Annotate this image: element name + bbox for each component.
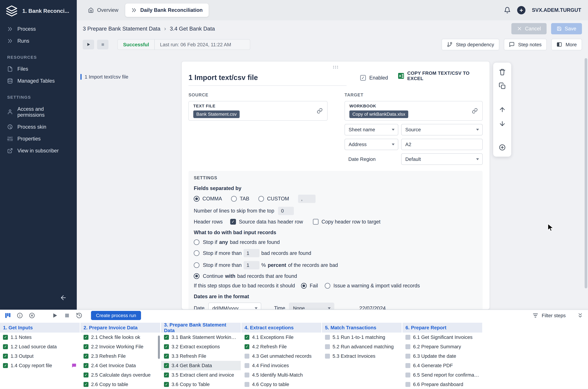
bad-record-option[interactable]: Continuewithbad records that are found — [194, 273, 477, 279]
create-process-run-button[interactable]: Create process run — [91, 311, 141, 320]
column-header[interactable]: 6. Prepare Report — [403, 323, 482, 333]
drag-handle-icon[interactable] — [332, 65, 339, 69]
cancel-button[interactable]: Cancel — [511, 23, 547, 34]
info-icon[interactable] — [17, 312, 23, 319]
column-header[interactable]: 4. Extract exceptions — [241, 323, 321, 333]
step-item[interactable]: 4.6 Copy to table — [241, 380, 321, 389]
step-item[interactable]: ✓1.1 Notes — [0, 333, 80, 342]
enabled-toggle[interactable]: Enabled — [360, 75, 388, 86]
address-input[interactable]: A2 — [401, 139, 483, 150]
sheet-name-field-select[interactable]: Sheet name — [345, 124, 398, 135]
move-step-down-icon[interactable] — [499, 120, 506, 127]
link-icon[interactable] — [472, 108, 478, 114]
step-item[interactable]: 5.3 Extract Invoices — [322, 352, 402, 361]
step-item[interactable]: ✓4.2 Refresh File — [241, 342, 321, 352]
sidebar-collapse-button[interactable] — [60, 294, 67, 301]
run-step-button[interactable] — [83, 40, 94, 50]
run-process-icon[interactable] — [52, 312, 58, 319]
address-field-select[interactable]: Address — [345, 139, 398, 150]
step-item[interactable]: ✓4.1 Exceptions File — [241, 333, 321, 342]
target-file-chip[interactable]: Copy of wrkBankData.xlsx — [349, 110, 408, 118]
step-item[interactable]: 6.5 Send report for confirmation — [403, 370, 482, 380]
run-history-icon[interactable] — [76, 312, 82, 319]
sheet-name-value-select[interactable]: Source — [401, 124, 483, 135]
skip-lines-input[interactable]: 0 — [278, 207, 294, 215]
link-icon[interactable] — [317, 108, 323, 114]
step-item[interactable]: ✓3.4 Get Bank Data — [161, 361, 241, 370]
stop-option[interactable]: Issue a warning & import valid records — [325, 283, 420, 289]
filter-icon[interactable] — [532, 312, 539, 319]
bad-record-option[interactable]: Stop if more than1bad records are found — [194, 249, 477, 257]
step-item[interactable]: ✓1.2 Load source data — [0, 342, 80, 352]
tab-overview[interactable]: Overview — [83, 4, 123, 16]
sidebar-item-access-permissions[interactable]: Access and permissions — [0, 103, 77, 121]
step-item[interactable]: 6.1 Get Significant Invoices — [403, 333, 482, 342]
step-item[interactable]: ✓2.3 Refresh File — [80, 352, 160, 361]
step-item[interactable]: 6.2 Prepare Summary — [403, 342, 482, 352]
column-header[interactable]: 1. Get Inputs — [0, 323, 80, 333]
app-logo-icon[interactable] — [6, 5, 18, 17]
tab-daily-bank-reconciliation[interactable]: Daily Bank Reconciliation — [125, 3, 209, 17]
step-notes-button[interactable]: Step notes — [504, 39, 547, 50]
step-item[interactable]: ✓2.4 Get Invoice Data — [80, 361, 160, 370]
separator-radio-comma[interactable]: COMMA — [194, 196, 222, 202]
step-item[interactable]: ✓1.4 Copy report file — [0, 361, 80, 370]
bad-record-option[interactable]: Stop ifanybad records are found — [194, 239, 477, 245]
sidebar-item-view-in-subscriber[interactable]: View in subscriber — [0, 145, 77, 157]
stop-process-icon[interactable] — [64, 312, 70, 319]
column-header[interactable]: 3. Prepare Bank Statement Data — [161, 323, 241, 333]
close-circle-icon[interactable] — [29, 312, 35, 319]
step-item[interactable]: ✓3.5 Extract client and invoice — [161, 370, 241, 380]
column-scrollbar[interactable] — [158, 335, 160, 359]
sidebar-item-files[interactable]: Files — [0, 63, 77, 75]
step-item[interactable]: ✓3.3 Refresh File — [161, 352, 241, 361]
step-item[interactable]: 4.3 Get unmatched records — [241, 352, 321, 361]
save-button[interactable]: Save — [551, 23, 582, 34]
step-title-input[interactable]: 1 Import text/csv file — [188, 73, 347, 86]
column-header[interactable]: 5. Match Transactions — [322, 323, 402, 333]
username[interactable]: SVX.ADEM.TURGUT — [532, 7, 581, 13]
separator-radio-custom[interactable]: CUSTOM — [258, 196, 289, 202]
step-item[interactable]: ✓3.1 Bank Statement Working File — [161, 333, 241, 342]
duplicate-step-icon[interactable] — [499, 82, 506, 90]
step-item[interactable]: 5.1 Run 1-to-1 matching — [322, 333, 402, 342]
step-item[interactable]: ✓2.6 Copy to table — [80, 380, 160, 389]
step-item[interactable]: ✓2.2 Invoice Working File — [80, 342, 160, 352]
step-item[interactable]: 6.4 Generate PDF — [403, 361, 482, 370]
enabled-checkbox[interactable] — [360, 75, 366, 81]
time-format-select[interactable]: None — [289, 303, 334, 310]
step-item[interactable]: 6.3 Update the date — [403, 352, 482, 361]
add-button[interactable]: + — [517, 6, 525, 14]
step-item[interactable]: ✓1.3 Output — [0, 352, 80, 361]
step-item[interactable]: ✓2.1 Check file looks ok — [80, 333, 160, 342]
breadcrumb-parent[interactable]: 3 Prepare Bank Statement Data — [83, 26, 160, 32]
more-button[interactable]: More — [551, 39, 582, 50]
header-checkbox-item[interactable]: Copy header row to target — [313, 219, 380, 225]
add-step-icon[interactable] — [499, 144, 506, 151]
collapse-panel-icon[interactable] — [577, 312, 584, 319]
step-list-item[interactable]: 1 Import text/csv file — [80, 74, 128, 80]
sidebar-item-process[interactable]: Process — [0, 23, 77, 35]
filter-steps-label[interactable]: Filter steps — [542, 313, 566, 318]
step-item[interactable]: ✓2.5 Calculate days overdue — [80, 370, 160, 380]
step-item[interactable]: 6.6 Prepare dashboard — [403, 380, 482, 389]
step-item[interactable]: 4.4 Find invoices — [241, 361, 321, 370]
source-file-chip[interactable]: Bank Statement.csv — [193, 110, 240, 118]
header-checkbox-item[interactable]: Source data has header row — [230, 219, 303, 225]
sidebar-item-process-skin[interactable]: Process skin — [0, 121, 77, 133]
sidebar-item-managed-tables[interactable]: Managed Tables — [0, 75, 77, 87]
vertical-scrollbar[interactable] — [585, 58, 587, 296]
source-file-box[interactable]: TEXT FILE Bank Statement.csv — [188, 101, 328, 121]
bad-record-option[interactable]: Stop if more than1%percentof the records… — [194, 261, 477, 269]
custom-separator-input[interactable]: , — [298, 195, 315, 203]
column-header[interactable]: 2. Prepare Invoice Data — [80, 323, 160, 333]
step-item[interactable]: ✓3.2 Extract exceptions — [161, 342, 241, 352]
target-file-box[interactable]: WORKBOOK Copy of wrkBankData.xlsx — [345, 101, 483, 121]
move-step-up-icon[interactable] — [499, 106, 506, 113]
sidebar-item-runs[interactable]: Runs — [0, 35, 77, 47]
separator-radio-tab[interactable]: TAB — [231, 196, 249, 202]
kanban-view-icon[interactable] — [4, 312, 11, 319]
bell-icon[interactable] — [504, 7, 511, 13]
step-dependency-button[interactable]: Step dependency — [442, 39, 499, 50]
step-item[interactable]: 4.5 Identify Multi-Match — [241, 370, 321, 380]
